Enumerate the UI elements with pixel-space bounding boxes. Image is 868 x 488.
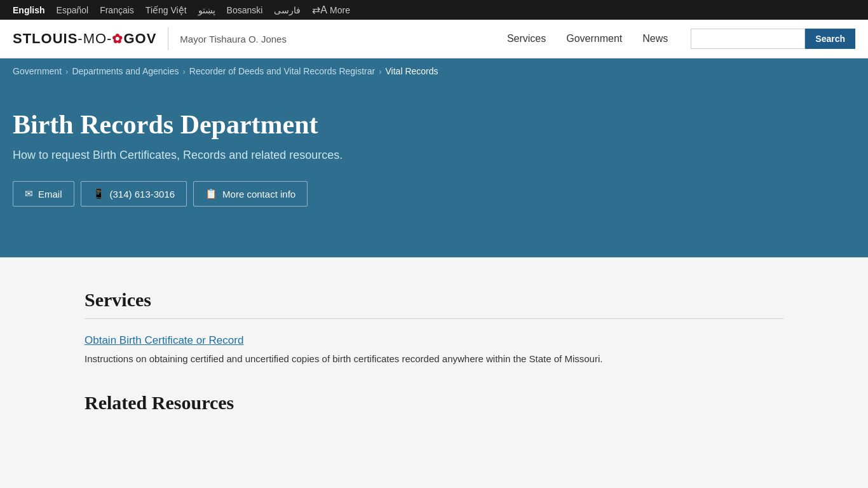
lang-farsi[interactable]: فارسی bbox=[274, 5, 301, 15]
logo-fleur-icon: ✿ bbox=[112, 32, 123, 46]
nav-services[interactable]: Services bbox=[499, 29, 553, 48]
contact-info-icon: 📋 bbox=[205, 188, 217, 200]
logo-area: STLOUIS-MO-✿GOV Mayor Tishaura O. Jones bbox=[13, 27, 287, 50]
breadcrumb: Government › Departments and Agencies › … bbox=[0, 58, 868, 84]
phone-button[interactable]: 📱 (314) 613-3016 bbox=[81, 181, 187, 207]
search-input[interactable] bbox=[691, 29, 805, 49]
more-languages-button[interactable]: ⇄A More bbox=[312, 4, 350, 16]
page-subtitle: How to request Birth Certificates, Recor… bbox=[13, 149, 458, 162]
lang-tieng-viet[interactable]: Tiếng Việt bbox=[146, 5, 187, 15]
lang-english[interactable]: English bbox=[13, 5, 45, 15]
logo-dash: -MO- bbox=[78, 30, 112, 46]
logo-gov: GOV bbox=[123, 30, 156, 46]
lang-bosanski[interactable]: Bosanski bbox=[227, 5, 263, 15]
nav-news[interactable]: News bbox=[635, 29, 675, 48]
breadcrumb-current: Vital Records bbox=[386, 66, 438, 76]
obtain-birth-cert-link[interactable]: Obtain Birth Certificate or Record bbox=[85, 334, 783, 347]
related-heading: Related Resources bbox=[85, 392, 783, 414]
lang-francais[interactable]: Français bbox=[100, 5, 134, 15]
hero-chevron bbox=[409, 232, 459, 257]
more-label: More bbox=[330, 5, 350, 15]
nav-government[interactable]: Government bbox=[559, 29, 630, 48]
breadcrumb-government[interactable]: Government bbox=[13, 66, 62, 76]
email-icon: ✉ bbox=[25, 188, 33, 200]
main-content: Services Obtain Birth Certificate or Rec… bbox=[0, 257, 868, 447]
page-title: Birth Records Department bbox=[13, 109, 585, 140]
phone-label: (314) 613-3016 bbox=[110, 189, 175, 200]
hero-section: Birth Records Department How to request … bbox=[0, 84, 868, 257]
lang-espanol[interactable]: Español bbox=[57, 5, 89, 15]
more-contact-button[interactable]: 📋 More contact info bbox=[193, 181, 308, 207]
site-header: STLOUIS-MO-✿GOV Mayor Tishaura O. Jones … bbox=[0, 20, 868, 58]
language-bar: English Español Français Tiếng Việt پښتو… bbox=[0, 0, 868, 20]
nav-search-area: Services Government News Search bbox=[499, 29, 855, 49]
email-button[interactable]: ✉ Email bbox=[13, 181, 74, 207]
site-logo[interactable]: STLOUIS-MO-✿GOV bbox=[13, 30, 156, 47]
search-form: Search bbox=[691, 29, 855, 49]
breadcrumb-departments[interactable]: Departments and Agencies bbox=[72, 66, 179, 76]
services-section: Services Obtain Birth Certificate or Rec… bbox=[85, 289, 783, 367]
related-resources-section: Related Resources bbox=[85, 392, 783, 414]
more-contact-label: More contact info bbox=[222, 189, 295, 200]
phone-icon: 📱 bbox=[93, 188, 105, 200]
services-divider bbox=[85, 318, 783, 319]
mayor-name: Mayor Tishaura O. Jones bbox=[180, 34, 287, 44]
breadcrumb-sep-3: › bbox=[379, 67, 381, 76]
logo-stlouis: STLOUIS bbox=[13, 30, 78, 46]
translate-icon: ⇄A bbox=[312, 4, 327, 16]
logo-divider bbox=[168, 27, 168, 50]
contact-buttons: ✉ Email 📱 (314) 613-3016 📋 More contact … bbox=[13, 181, 855, 207]
services-heading: Services bbox=[85, 289, 783, 311]
search-button[interactable]: Search bbox=[805, 29, 855, 49]
breadcrumb-recorder[interactable]: Recorder of Deeds and Vital Records Regi… bbox=[189, 66, 375, 76]
breadcrumb-sep-1: › bbox=[65, 67, 68, 76]
breadcrumb-sep-2: › bbox=[183, 67, 186, 76]
lang-pashto[interactable]: پښتو bbox=[198, 5, 215, 15]
obtain-birth-cert-desc: Instructions on obtaining certified and … bbox=[85, 352, 783, 367]
main-nav: Services Government News bbox=[499, 29, 675, 48]
email-label: Email bbox=[38, 189, 62, 200]
